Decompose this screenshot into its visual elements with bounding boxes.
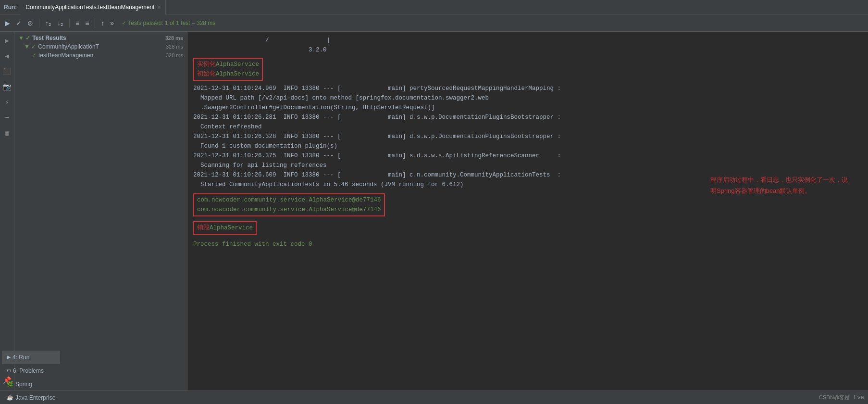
- stop-button[interactable]: ⊘: [25, 18, 35, 28]
- bottom-tab-icon-1: ⊙: [7, 367, 11, 374]
- bottom-right-label: CSDN@客是: [819, 394, 854, 401]
- separator-2: [69, 19, 70, 27]
- item0-time: 328 ms: [166, 44, 183, 50]
- run-label: Run:: [0, 4, 21, 11]
- bottom-tab-label-0: 4: Run: [12, 354, 29, 361]
- bottom-tab-3[interactable]: ☕Java Enterprise: [2, 391, 60, 404]
- item0-label: CommunityApplicationT: [38, 43, 162, 50]
- highlight-box-3: 销毁AlphaService: [193, 221, 862, 235]
- tab-name: CommunityApplicationTests.testBeanManage…: [25, 4, 154, 11]
- separator-1: [39, 19, 39, 27]
- side-icon-2[interactable]: ◀: [1, 50, 13, 62]
- side-icon-1[interactable]: ▶: [1, 35, 13, 46]
- check-icon: ✓: [122, 20, 128, 26]
- side-icon-7[interactable]: ▦: [1, 127, 13, 139]
- finish-line: Process finished with exit code 0: [193, 240, 862, 249]
- bottom-tab-1[interactable]: ⊙6: Problems: [2, 364, 60, 378]
- side-icon-3[interactable]: ⬛: [1, 65, 13, 77]
- bottom-tab-0[interactable]: ▶4: Run: [2, 351, 60, 364]
- box3-line0: 销毁AlphaService: [197, 223, 253, 233]
- log-line-4: Context refreshed: [193, 122, 862, 132]
- root-check-icon: ▼ ✓: [18, 35, 30, 41]
- bottom-tab-icon-2: 🌿: [7, 381, 13, 387]
- item0-check-icon: ▼ ✓: [24, 43, 36, 50]
- bottom-tab-icon-3: ☕: [7, 394, 13, 401]
- highlight-box-1: 实例化AlphaService 初始化AlphaService: [193, 58, 862, 81]
- sort-asc-button[interactable]: ↑₂: [43, 18, 53, 28]
- log-line-6: Found 1 custom documentation plugin(s): [193, 141, 862, 151]
- bottom-tab-label-3: Java Enterprise: [15, 394, 55, 401]
- test-tree-panel: ▼ ✓ Test Results 328 ms ▼ ✓ CommunityApp…: [14, 32, 187, 391]
- main-area: ▶ ◀ ⬛ 📷 ⚡ ⬅ ▦ 📌 ▼ ✓ Test Results 328 ms …: [0, 32, 868, 391]
- tree-root[interactable]: ▼ ✓ Test Results 328 ms: [14, 34, 187, 42]
- side-icon-5[interactable]: ⚡: [1, 96, 13, 108]
- sort-desc-button[interactable]: ↓₂: [55, 18, 65, 28]
- annotation-area: com.nowcoder.community.service.AlphaServ…: [193, 193, 862, 216]
- log-line-7: 2021-12-31 01:10:26.375 INFO 13380 --- […: [193, 151, 862, 161]
- console-line-version: 3.2.0: [193, 45, 862, 55]
- finish-text: Process finished with exit code 0: [193, 241, 312, 248]
- console-line-slash: / |: [193, 36, 862, 45]
- side-icon-4[interactable]: 📷: [1, 81, 13, 92]
- tab-close-icon[interactable]: ×: [157, 4, 160, 10]
- test-tree: ▼ ✓ Test Results 328 ms ▼ ✓ CommunityApp…: [14, 32, 187, 62]
- item1-check-icon: ✓: [32, 52, 37, 59]
- box1-line0: 实例化AlphaService: [197, 60, 259, 69]
- annotation-text: 程序启动过程中，看日志，也只实例化了一次，说 明Spring容器管理的bean默…: [710, 174, 848, 197]
- log-line-2: .Swagger2Controller#getDocumentation(Str…: [193, 103, 862, 113]
- bottom-tab-bar: ▶4: Run⊙6: Problems🌿Spring☕Java Enterpri…: [0, 391, 868, 404]
- bottom-tab-2[interactable]: 🌿Spring: [2, 378, 60, 391]
- align-left-button[interactable]: ≡: [74, 18, 81, 28]
- log-line-8: Scanning for api listing references: [193, 161, 862, 170]
- annotation-line2: 明Spring容器管理的bean默认单例。: [710, 185, 848, 196]
- tab-bar: Run: CommunityApplicationTests.testBeanM…: [0, 0, 868, 14]
- root-label: Test Results: [32, 35, 161, 41]
- bottom-tab-label-2: Spring: [15, 381, 32, 388]
- box2-line1: com.nowcoder.community.service.AlphaServ…: [197, 205, 381, 215]
- active-tab[interactable]: CommunityApplicationTests.testBeanManage…: [21, 0, 166, 14]
- bottom-tab-icon-0: ▶: [7, 354, 11, 360]
- console-panel[interactable]: / | 3.2.0 实例化AlphaService 初始化AlphaServic…: [187, 32, 868, 391]
- side-icons-panel: ▶ ◀ ⬛ 📷 ⚡ ⬅ ▦ 📌: [0, 32, 14, 391]
- run-button[interactable]: ▶: [3, 18, 12, 28]
- log-line-3: 2021-12-31 01:10:26.281 INFO 13380 --- […: [193, 113, 862, 122]
- box2-line0: com.nowcoder.community.service.AlphaServ…: [197, 195, 381, 205]
- align-right-button[interactable]: ≡: [83, 18, 91, 28]
- side-icon-6[interactable]: ⬅: [1, 112, 13, 123]
- log-lines: 2021-12-31 01:10:24.969 INFO 13380 --- […: [193, 84, 862, 189]
- bottom-event-label: Eve: [854, 394, 866, 401]
- separator-3: [95, 19, 95, 27]
- check-button[interactable]: ✓: [14, 18, 24, 28]
- toolbar: ▶ ✓ ⊘ ↑₂ ↓₂ ≡ ≡ ↑ » ✓ Tests passed: 1 of…: [0, 14, 868, 32]
- root-time: 328 ms: [165, 35, 183, 41]
- tree-item-0[interactable]: ▼ ✓ CommunityApplicationT 328 ms: [14, 42, 187, 51]
- test-status: ✓ Tests passed: 1 of 1 test – 328 ms: [122, 20, 215, 26]
- highlight-box-2: com.nowcoder.community.service.AlphaServ…: [193, 193, 385, 216]
- box1-line1: 初始化AlphaService: [197, 69, 259, 79]
- tree-item-1[interactable]: ✓ testBeanManagemen 328 ms: [14, 51, 187, 60]
- prev-button[interactable]: ↑: [99, 18, 106, 28]
- bottom-tab-label-1: 6: Problems: [13, 367, 44, 374]
- log-line-0: 2021-12-31 01:10:24.969 INFO 13380 --- […: [193, 84, 862, 93]
- log-line-5: 2021-12-31 01:10:26.328 INFO 13380 --- […: [193, 132, 862, 141]
- item1-time: 328 ms: [166, 52, 183, 58]
- annotation-line1: 程序启动过程中，看日志，也只实例化了一次，说: [710, 174, 848, 185]
- log-line-1: Mapped URL path [/v2/api-docs] onto meth…: [193, 93, 862, 103]
- more-button[interactable]: »: [108, 18, 116, 28]
- item1-label: testBeanManagemen: [38, 52, 162, 59]
- bottom-tabs: ▶4: Run⊙6: Problems🌿Spring☕Java Enterpri…: [2, 351, 60, 404]
